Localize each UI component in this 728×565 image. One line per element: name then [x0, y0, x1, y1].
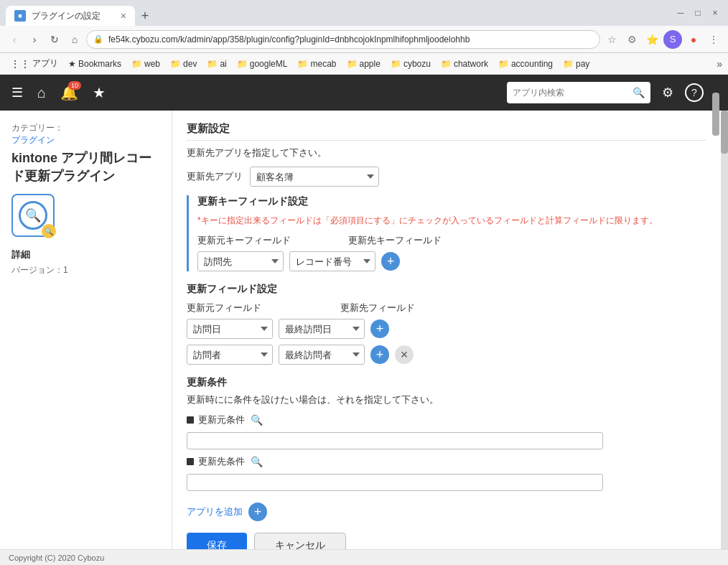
- update-fields-section: 更新フィールド設定 更新元フィールド 更新先フィールド 訪問日 最終訪問日 + …: [187, 283, 706, 365]
- sidebar: カテゴリー： プラグイン kintone アプリ間レコード更新プラグイン 🔍 🔍…: [0, 111, 172, 549]
- bookmark-ai-label: ai: [220, 59, 226, 69]
- apps-button[interactable]: ⋮⋮ アプリ: [6, 56, 62, 71]
- tab-title: プラグインの設定: [32, 10, 101, 22]
- remove-field-row-button-2[interactable]: ×: [395, 345, 414, 364]
- source-condition-input[interactable]: [187, 432, 603, 449]
- add-app-label[interactable]: アプリを追加: [187, 505, 243, 518]
- version-text: バージョン：1: [11, 264, 160, 276]
- cancel-button[interactable]: キャンセル: [254, 533, 346, 549]
- new-tab-button[interactable]: +: [135, 6, 155, 26]
- dest-field-label: 更新先フィールド: [340, 302, 415, 314]
- bookmarks-bar: ⋮⋮ アプリ ★ Bookmarks 📁 web 📁 dev 📁 ai 📁 go…: [0, 53, 728, 75]
- breadcrumb-link[interactable]: プラグイン: [11, 135, 55, 145]
- bookmark-pay[interactable]: 📁 pay: [559, 57, 594, 70]
- dest-app-select[interactable]: 顧客名簿: [250, 167, 379, 187]
- folder-icon-mecab: 📁: [297, 59, 308, 69]
- source-key-label: 更新元キーフィールド: [197, 234, 291, 247]
- condition-title: 更新条件: [187, 376, 706, 389]
- folder-icon-pay: 📁: [563, 59, 574, 69]
- forward-button[interactable]: ›: [26, 31, 43, 48]
- more-button[interactable]: ⋮: [705, 31, 722, 48]
- home-icon-button[interactable]: ⌂: [34, 82, 49, 104]
- bookmark-apple[interactable]: 📁 apple: [342, 57, 385, 70]
- update-field-row-1: 訪問日 最終訪問日 +: [187, 319, 706, 339]
- minimize-button[interactable]: ─: [673, 6, 688, 20]
- bookmark-googleml-label: googleML: [250, 59, 288, 69]
- reload-button[interactable]: ↻: [46, 31, 63, 48]
- add-field-row-button-2[interactable]: +: [370, 345, 389, 364]
- search-icon-button[interactable]: 🔍: [633, 87, 645, 98]
- bookmark-web-label: web: [144, 59, 160, 69]
- bookmark-accounting[interactable]: 📁 accounting: [494, 57, 557, 70]
- home-button[interactable]: ⌂: [66, 31, 83, 48]
- dest-field-select-1[interactable]: 最終訪問日: [279, 319, 365, 339]
- condition-section: 更新条件 更新時にに条件を設けたい場合は、それを指定して下さい。 更新元条件 🔍…: [187, 376, 706, 491]
- bookmark-web[interactable]: 📁 web: [127, 57, 164, 70]
- app-search-input[interactable]: [513, 88, 628, 98]
- bookmark-mecab[interactable]: 📁 mecab: [293, 57, 340, 70]
- extension-button-2[interactable]: ⭐: [643, 31, 661, 48]
- save-button[interactable]: 保存: [187, 533, 247, 549]
- bookmark-pay-label: pay: [576, 59, 589, 69]
- tab-close-button[interactable]: ×: [121, 10, 126, 22]
- dest-condition-square: [187, 458, 194, 465]
- favorites-button[interactable]: ★: [90, 81, 108, 104]
- notification-button[interactable]: 🔔 10: [57, 81, 81, 104]
- breadcrumb: カテゴリー： プラグイン: [11, 122, 160, 146]
- folder-icon-cybozu: 📁: [391, 59, 401, 69]
- plugin-icon: 🔍 🔍: [11, 194, 55, 237]
- bookmark-chatwork[interactable]: 📁 chatwork: [437, 57, 493, 70]
- bookmark-bookmarks[interactable]: ★ Bookmarks: [64, 57, 126, 70]
- settings-button[interactable]: ⚙: [659, 82, 676, 103]
- update-field-section-title: 更新フィールド設定: [187, 283, 706, 296]
- dest-key-select[interactable]: レコード番号: [289, 251, 375, 271]
- action-bar: 保存 キャンセル: [187, 533, 706, 549]
- maximize-button[interactable]: □: [691, 6, 705, 20]
- source-field-select-1[interactable]: 訪問日: [187, 319, 273, 339]
- breadcrumb-prefix: カテゴリー：: [11, 123, 63, 133]
- user-avatar[interactable]: S: [663, 30, 682, 49]
- source-condition-input-row: [187, 432, 706, 449]
- dest-condition-row: 更新先条件 🔍: [187, 455, 706, 468]
- fields-header: 更新元フィールド 更新先フィールド: [187, 302, 706, 314]
- page-scrollbar-thumb[interactable]: [721, 111, 728, 154]
- bookmark-dev-label: dev: [183, 59, 197, 69]
- source-field-select-2[interactable]: 訪問者: [187, 345, 273, 365]
- detail-label: 詳細: [11, 248, 160, 261]
- plugin-title: kintone アプリ間レコード更新プラグイン: [11, 149, 160, 185]
- notification-badge: 10: [68, 81, 81, 90]
- add-key-field-button[interactable]: +: [381, 252, 400, 271]
- extension-button-3[interactable]: ●: [685, 31, 702, 48]
- extension-button-1[interactable]: ⚙: [623, 31, 640, 48]
- back-button[interactable]: ‹: [6, 31, 23, 48]
- dest-app-label: 更新先アプリ: [187, 170, 243, 183]
- address-input[interactable]: [86, 30, 600, 49]
- close-button[interactable]: ×: [708, 6, 722, 20]
- add-field-row-button-1[interactable]: +: [370, 319, 389, 338]
- help-button[interactable]: ?: [685, 83, 704, 102]
- search-bar: 🔍: [507, 82, 650, 103]
- dest-condition-input[interactable]: [187, 474, 603, 491]
- source-key-select[interactable]: 訪問先: [197, 251, 284, 271]
- bookmark-dev[interactable]: 📁 dev: [166, 57, 201, 70]
- bookmark-cybozu[interactable]: 📁 cybozu: [386, 57, 435, 70]
- bookmark-ai[interactable]: 📁 ai: [202, 57, 230, 70]
- apps-label: アプリ: [32, 57, 58, 70]
- tab-favicon: ■: [14, 10, 26, 22]
- section-desc: 更新先アプリを指定して下さい。: [187, 146, 706, 159]
- lock-icon: 🔒: [93, 34, 103, 44]
- dest-condition-search-icon[interactable]: 🔍: [251, 456, 263, 467]
- key-field-section-title: 更新キーフィールド設定: [197, 195, 706, 208]
- bookmark-star-button[interactable]: ☆: [603, 31, 620, 48]
- source-condition-search-icon[interactable]: 🔍: [251, 414, 263, 426]
- page-scrollbar[interactable]: [721, 111, 728, 549]
- add-app-button[interactable]: +: [248, 503, 267, 521]
- bookmark-googleml[interactable]: 📁 googleML: [233, 57, 292, 70]
- bookmarks-more-button[interactable]: »: [717, 58, 722, 70]
- hamburger-button[interactable]: ☰: [9, 82, 26, 103]
- key-field-section: 更新キーフィールド設定 *キーに指定出来るフィールドは「必須項目にする」にチェッ…: [187, 195, 706, 271]
- dest-field-select-2[interactable]: 最終訪問者: [279, 345, 365, 365]
- main-layout: カテゴリー： プラグイン kintone アプリ間レコード更新プラグイン 🔍 🔍…: [0, 111, 728, 549]
- scrollbar-thumb[interactable]: [712, 93, 719, 136]
- active-tab[interactable]: ■ プラグインの設定 ×: [6, 6, 135, 26]
